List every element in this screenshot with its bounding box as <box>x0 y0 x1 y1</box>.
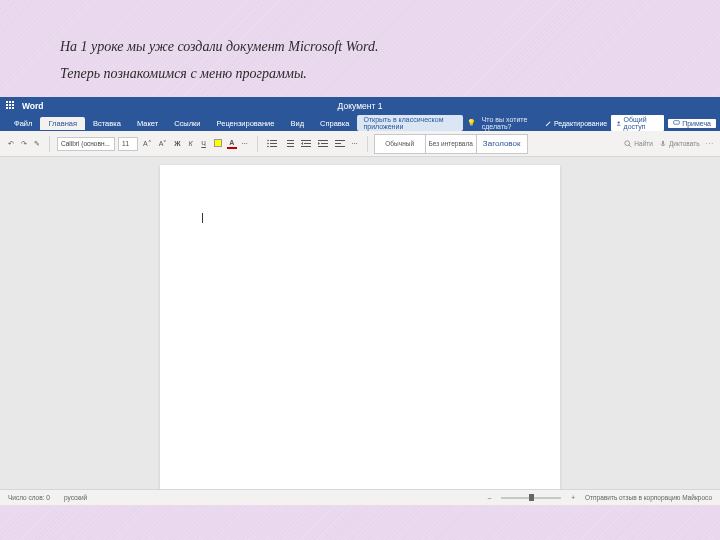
comment-icon <box>673 120 680 127</box>
person-icon <box>616 120 621 127</box>
tab-home[interactable]: Главная <box>40 117 85 130</box>
numbering-icon <box>284 139 294 148</box>
slide-line-2: Теперь познакомимся с меню программы. <box>60 61 660 88</box>
feedback-link[interactable]: Отправить отзыв в корпорацию Майкросо <box>585 494 712 501</box>
svg-rect-19 <box>335 146 345 147</box>
align-icon <box>335 139 345 148</box>
document-title[interactable]: Документ 1 <box>338 101 383 111</box>
svg-point-6 <box>267 146 269 148</box>
word-count[interactable]: Число слов: 0 <box>8 494 50 501</box>
zoom-slider[interactable] <box>501 497 561 499</box>
svg-rect-3 <box>270 140 277 141</box>
ribbon-overflow-button[interactable]: ··· <box>706 140 714 147</box>
dictate-button[interactable]: Диктовать <box>659 140 700 148</box>
paragraph-more-button[interactable]: ··· <box>350 139 360 148</box>
font-color-button[interactable]: A <box>227 138 237 149</box>
undo-button[interactable]: ↶ <box>6 139 16 149</box>
brand-name: Microsoft Word. <box>288 39 378 54</box>
status-bar: Число слов: 0 русский – + Отправить отзы… <box>0 489 720 505</box>
comments-button[interactable]: Примеча <box>668 119 716 128</box>
app-launcher-icon[interactable] <box>6 101 16 111</box>
svg-point-2 <box>267 140 269 142</box>
decrease-indent-button[interactable] <box>299 138 313 149</box>
tab-insert[interactable]: Вставка <box>85 117 129 130</box>
svg-rect-8 <box>287 140 294 141</box>
pencil-icon <box>545 120 552 127</box>
microphone-icon <box>659 140 667 148</box>
svg-point-4 <box>267 143 269 145</box>
svg-rect-9 <box>287 143 294 144</box>
app-name: Word <box>22 101 44 111</box>
font-more-button[interactable]: ··· <box>240 139 250 148</box>
numbering-button[interactable] <box>282 138 296 149</box>
svg-rect-16 <box>318 146 328 147</box>
svg-rect-13 <box>301 146 311 147</box>
tab-help[interactable]: Справка <box>312 117 357 130</box>
lightbulb-icon: 💡 <box>467 119 476 127</box>
svg-rect-10 <box>287 146 294 147</box>
document-canvas[interactable] <box>0 157 720 489</box>
find-button[interactable]: Найти <box>624 140 653 148</box>
bullets-icon <box>267 139 277 148</box>
open-in-classic-button[interactable]: Открыть в классическом приложении <box>357 115 462 131</box>
svg-rect-15 <box>321 143 328 144</box>
zoom-in-button[interactable]: + <box>571 494 575 501</box>
language-status[interactable]: русский <box>64 494 87 501</box>
bold-button[interactable]: Ж <box>172 139 182 148</box>
underline-button[interactable]: Ч <box>199 139 209 148</box>
tab-file[interactable]: Файл <box>6 117 40 130</box>
svg-line-21 <box>629 144 631 146</box>
highlight-button[interactable] <box>212 138 224 149</box>
indent-icon <box>318 139 328 148</box>
svg-rect-17 <box>335 140 345 141</box>
styles-gallery: Обычный Без интервала Заголовок <box>375 134 528 154</box>
shrink-font-button[interactable]: A˅ <box>157 139 170 149</box>
slide-instruction-text: На 1 уроке мы уже создали документ Micro… <box>0 0 720 97</box>
tell-me-search[interactable]: Что вы хотите сделать? <box>482 116 541 130</box>
zoom-out-button[interactable]: – <box>488 494 492 501</box>
text-cursor <box>202 213 203 223</box>
style-normal[interactable]: Обычный <box>374 134 426 154</box>
svg-rect-7 <box>270 146 277 147</box>
svg-rect-18 <box>335 143 341 144</box>
tab-review[interactable]: Рецензирование <box>209 117 283 130</box>
svg-point-0 <box>618 121 620 123</box>
style-no-spacing[interactable]: Без интервала <box>425 134 477 154</box>
search-icon <box>624 140 632 148</box>
font-size-combo[interactable]: 11 <box>118 137 138 151</box>
svg-rect-5 <box>270 143 277 144</box>
svg-rect-1 <box>674 120 680 124</box>
redo-button[interactable]: ↷ <box>19 139 29 149</box>
increase-indent-button[interactable] <box>316 138 330 149</box>
editing-mode-button[interactable]: Редактирование <box>545 120 607 127</box>
title-bar: Word Документ 1 <box>0 97 720 115</box>
tab-view[interactable]: Вид <box>282 117 312 130</box>
outdent-icon <box>301 139 311 148</box>
menu-bar: Файл Главная Вставка Макет Ссылки Реценз… <box>0 115 720 131</box>
format-painter-button[interactable]: ✎ <box>32 139 42 149</box>
highlight-swatch-icon <box>214 139 222 147</box>
align-button[interactable] <box>333 138 347 149</box>
share-button[interactable]: Общий доступ <box>611 115 664 131</box>
zoom-slider-handle[interactable] <box>529 494 534 501</box>
svg-rect-11 <box>301 140 311 141</box>
svg-rect-12 <box>304 143 311 144</box>
font-name-combo[interactable]: Calibri (основн... <box>57 137 115 151</box>
svg-rect-14 <box>318 140 328 141</box>
word-app-window: Word Документ 1 Файл Главная Вставка Мак… <box>0 97 720 505</box>
svg-rect-22 <box>662 140 664 144</box>
tab-layout[interactable]: Макет <box>129 117 166 130</box>
slide-line-1: На 1 уроке мы уже создали документ <box>60 39 288 54</box>
document-page[interactable] <box>160 165 560 489</box>
grow-font-button[interactable]: A˄ <box>141 139 154 149</box>
bullets-button[interactable] <box>265 138 279 149</box>
ribbon-toolbar: ↶ ↷ ✎ Calibri (основн... 11 A˄ A˅ Ж К Ч … <box>0 131 720 157</box>
italic-button[interactable]: К <box>186 139 196 148</box>
tab-references[interactable]: Ссылки <box>166 117 208 130</box>
style-heading1[interactable]: Заголовок <box>476 134 528 154</box>
